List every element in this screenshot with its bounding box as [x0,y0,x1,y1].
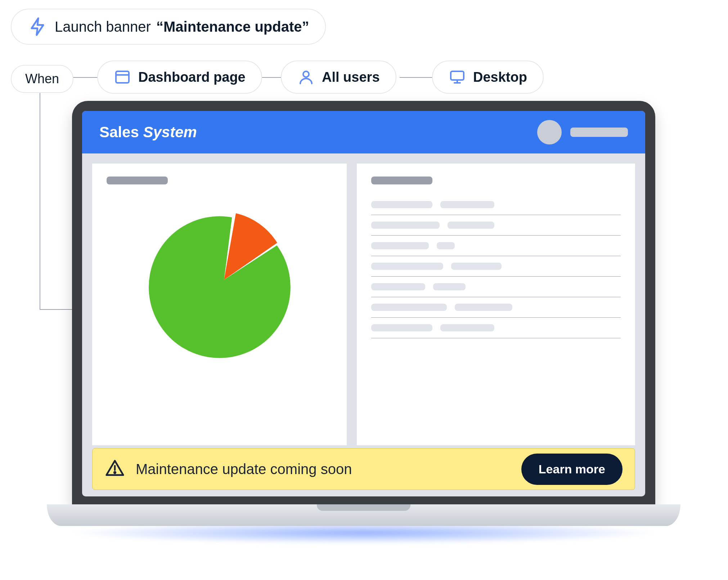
svg-rect-3 [451,71,464,80]
pie-chart [146,213,293,361]
page-label: Dashboard page [138,70,246,85]
list-item [371,277,621,297]
device-label: Desktop [473,70,527,85]
connector-line [400,77,436,78]
svg-rect-0 [116,71,129,83]
list-item-seg [371,201,432,208]
users-pill[interactable]: All users [281,61,396,94]
list-item-seg [371,283,425,290]
maintenance-banner: Maintenance update coming soon Learn mor… [92,448,635,490]
list-item [371,215,621,236]
list-item [371,236,621,256]
chart-title-placeholder [107,177,168,184]
list-title-placeholder [371,177,432,184]
svg-point-8 [114,472,116,473]
brand-word1: Sales [99,124,139,140]
list-item [371,318,621,338]
launch-prefix: Launch banner [55,19,151,35]
user-icon [297,68,315,86]
users-label: All users [322,70,380,85]
window-icon [114,68,131,86]
list-item-seg [448,222,494,229]
list-card [357,164,635,445]
list-item [371,256,621,277]
launch-quoted: “Maintenance update” [156,19,309,35]
list-item-seg [440,201,494,208]
when-label: When [25,71,59,86]
learn-more-button[interactable]: Learn more [521,454,623,485]
launch-banner-pill[interactable]: Launch banner “Maintenance update” [11,9,326,45]
laptop-base [47,504,680,526]
brand-word2: System [143,124,197,140]
device-pill[interactable]: Desktop [432,61,544,94]
list-item [371,297,621,318]
list-item-seg [455,304,512,311]
when-pill[interactable]: When [11,65,73,93]
list-item-seg [371,324,432,331]
list-item-seg [437,242,455,249]
user-name-placeholder [570,128,628,137]
svg-point-2 [303,71,309,77]
dashboard-content [82,153,645,445]
list-item-seg [371,263,443,270]
list-item-seg [433,283,466,290]
list-item-seg [371,304,447,311]
page-pill[interactable]: Dashboard page [97,61,262,94]
list-item-seg [371,222,440,229]
list-item-seg [451,263,502,270]
banner-message: Maintenance update coming soon [136,461,511,477]
app-brand: Sales System [99,124,197,141]
list-item-seg [440,324,494,331]
chart-card [92,164,347,445]
connector-line [40,93,40,309]
list-item-seg [371,242,429,249]
app-topbar: Sales System [82,111,645,153]
lightning-icon [27,17,48,37]
avatar [537,120,562,144]
laptop-bezel: Sales System [72,101,655,507]
laptop: Sales System [72,101,655,507]
list-item [371,195,621,215]
desktop-icon [449,68,466,86]
app-screen: Sales System [82,111,645,496]
topbar-user-area[interactable] [537,120,628,144]
warning-icon [105,458,125,480]
